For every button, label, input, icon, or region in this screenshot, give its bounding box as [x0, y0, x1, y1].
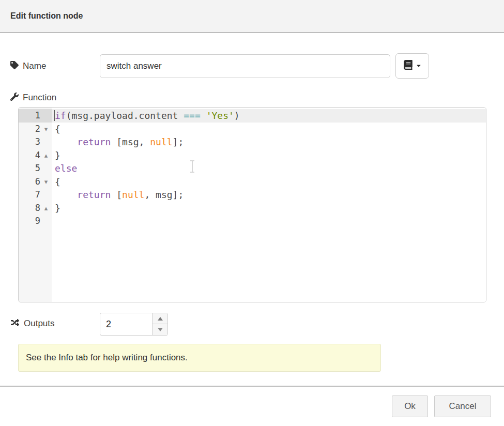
gutter-line-3[interactable]: 3	[19, 135, 52, 149]
line-number: 2	[35, 124, 40, 134]
gutter-line-9[interactable]: 9	[19, 215, 52, 228]
code-line-7[interactable]: return [null, msg];	[52, 188, 486, 202]
token-plain: [	[111, 189, 122, 200]
name-label: Name	[10, 59, 46, 73]
function-code-editor[interactable]: 12▾34▴56▾78▴9 if(msg.payload.content ===…	[18, 107, 486, 302]
shuffle-icon	[10, 318, 20, 329]
form-tips-text: See the Info tab for help writing functi…	[26, 353, 188, 362]
code-line-6[interactable]: {	[52, 175, 486, 189]
gutter-line-1[interactable]: 1	[19, 109, 52, 123]
token-keyword: if	[55, 110, 66, 121]
token-keyword: else	[55, 163, 77, 174]
code-line-1[interactable]: if(msg.payload.content === 'Yes')	[52, 109, 486, 123]
line-number: 3	[35, 136, 40, 147]
code-line-5[interactable]: else	[52, 162, 486, 175]
spinner-buttons	[152, 313, 167, 335]
line-number: 9	[35, 216, 40, 226]
line-number: 7	[35, 189, 40, 200]
function-label-text: Function	[23, 93, 56, 103]
tag-icon	[10, 61, 19, 72]
gutter-line-4[interactable]: 4▴	[19, 149, 52, 162]
token-plain: {	[55, 124, 60, 134]
outputs-label: Outputs	[10, 317, 55, 330]
mouse-ibeam-cursor	[189, 160, 195, 175]
token-plain: (msg.payload.content	[66, 110, 184, 121]
dialog-header: Edit function node	[0, 0, 504, 33]
outputs-input[interactable]	[100, 313, 152, 335]
gutter-line-7[interactable]: 7	[19, 188, 52, 202]
token-string: 'Yes'	[206, 110, 234, 121]
editor-code[interactable]: if(msg.payload.content === 'Yes'){ retur…	[52, 108, 486, 302]
line-number: 5	[35, 163, 40, 173]
fold-close-icon[interactable]: ▴	[42, 149, 50, 162]
outputs-label-text: Outputs	[24, 318, 55, 329]
gutter-line-5[interactable]: 5	[19, 162, 52, 175]
spinner-down-button[interactable]	[152, 324, 167, 335]
code-line-3[interactable]: return [msg, null];	[52, 135, 486, 149]
caret-down-icon	[416, 62, 421, 71]
ok-button[interactable]: Ok	[392, 395, 428, 417]
name-label-text: Name	[23, 61, 46, 71]
text-cursor	[54, 110, 55, 121]
token-plain: , msg];	[144, 189, 184, 200]
gutter-line-6[interactable]: 6▾	[19, 175, 52, 189]
token-plain: )	[234, 110, 240, 121]
token-plain	[55, 136, 77, 147]
fold-close-icon[interactable]: ▴	[42, 202, 50, 215]
wrench-icon	[10, 93, 19, 103]
token-plain	[201, 110, 206, 121]
code-line-4[interactable]: }	[52, 149, 486, 162]
code-line-2[interactable]: {	[52, 123, 486, 136]
footer-divider	[0, 386, 504, 387]
token-plain: {	[55, 176, 60, 187]
library-dropdown-button[interactable]	[395, 53, 429, 79]
line-number: 6	[35, 176, 40, 187]
code-line-9[interactable]	[52, 215, 486, 228]
form-tips: See the Info tab for help writing functi…	[18, 344, 381, 372]
fold-open-icon[interactable]: ▾	[42, 123, 50, 136]
triangle-down-icon	[158, 328, 163, 331]
editor-gutter: 12▾34▴56▾78▴9	[19, 108, 52, 302]
token-keyword: return	[77, 189, 111, 200]
gutter-line-8[interactable]: 8▴	[19, 202, 52, 215]
token-constant: null	[122, 189, 144, 200]
triangle-up-icon	[158, 317, 163, 321]
fold-open-icon[interactable]: ▾	[42, 175, 50, 189]
spinner-up-button[interactable]	[152, 313, 167, 324]
dialog-title: Edit function node	[10, 0, 83, 32]
token-plain	[55, 189, 77, 200]
book-icon	[404, 60, 413, 72]
line-number: 4	[35, 150, 40, 160]
name-input[interactable]	[100, 54, 390, 78]
token-keyword: return	[77, 136, 111, 147]
token-constant: null	[150, 136, 172, 147]
gutter-line-2[interactable]: 2▾	[19, 123, 52, 136]
token-plain: [msg,	[111, 136, 150, 147]
token-plain: }	[55, 150, 60, 161]
line-number: 8	[35, 203, 40, 213]
line-number: 1	[35, 110, 40, 120]
code-line-8[interactable]: }	[52, 202, 486, 215]
token-plain: }	[55, 203, 60, 214]
token-plain: ];	[173, 136, 184, 147]
cancel-button[interactable]: Cancel	[434, 395, 491, 417]
function-label: Function	[10, 91, 56, 104]
outputs-spinner	[100, 313, 168, 336]
token-operator: ===	[184, 110, 201, 121]
